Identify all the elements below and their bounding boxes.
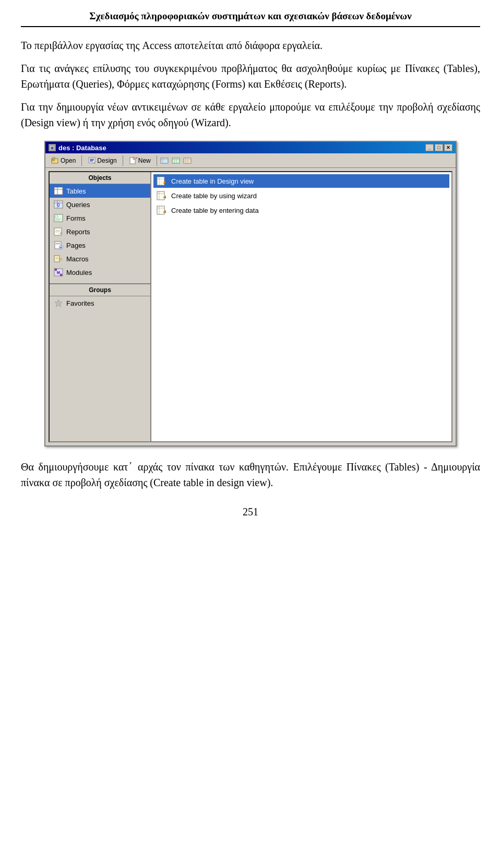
- svg-text:*: *: [136, 156, 137, 161]
- create-wizard-label: Create table by using wizard: [171, 192, 257, 200]
- modules-icon: M: [54, 268, 63, 277]
- sidebar-item-queries[interactable]: Q Queries: [50, 198, 150, 211]
- svg-rect-37: [54, 228, 62, 235]
- sidebar-item-favorites[interactable]: Favorites: [50, 296, 150, 310]
- objects-header: Objects: [50, 172, 150, 184]
- design-icon: [88, 156, 96, 165]
- app-icon: d: [49, 144, 56, 151]
- svg-rect-21: [184, 158, 191, 163]
- svg-text:d: d: [51, 146, 54, 150]
- create-design-label: Create table in Design view: [171, 177, 254, 185]
- minimize-button[interactable]: _: [425, 144, 434, 151]
- toolbar-sep-2: [123, 155, 123, 166]
- create-wizard-item[interactable]: Create table by using wizard: [153, 189, 449, 202]
- favorites-label: Favorites: [66, 299, 94, 307]
- tables-label: Tables: [66, 187, 86, 195]
- title-bar-left: d des : Database: [49, 144, 106, 152]
- create-design-icon: [157, 176, 167, 186]
- svg-rect-33: [54, 214, 63, 222]
- paragraph-3: Για την δημιουργία νέων αντικειμένων σε …: [21, 99, 480, 130]
- pages-icon: e: [54, 240, 63, 250]
- access-database-window: d des : Database _ □ ✕: [44, 141, 457, 447]
- design-button[interactable]: Design: [84, 155, 120, 166]
- svg-rect-4: [53, 158, 55, 159]
- window-title: des : Database: [58, 144, 106, 152]
- page-header: Σχεδιασμός πληροφοριακών συστημάτων και …: [21, 10, 480, 27]
- new-button[interactable]: * New: [125, 155, 154, 166]
- create-data-label: Create table by entering data: [171, 207, 259, 214]
- macros-icon: [54, 254, 63, 263]
- sidebar-item-macros[interactable]: Macros: [50, 252, 150, 266]
- pages-label: Pages: [66, 242, 86, 249]
- toolbar-sep-3: [157, 155, 157, 166]
- svg-rect-63: [157, 206, 164, 214]
- create-design-view-item[interactable]: Create table in Design view: [153, 174, 449, 188]
- svg-marker-54: [55, 299, 62, 307]
- reports-icon: [54, 227, 63, 236]
- create-wizard-icon: [157, 190, 167, 201]
- svg-rect-59: [157, 191, 164, 200]
- queries-icon: Q: [54, 200, 63, 209]
- open-icon: [51, 156, 59, 165]
- modules-label: Modules: [66, 269, 92, 276]
- sidebar-item-forms[interactable]: Forms: [50, 211, 150, 225]
- queries-label: Queries: [66, 201, 90, 209]
- left-panel: Objects Tables: [50, 172, 151, 441]
- svg-rect-43: [56, 243, 60, 244]
- sidebar-item-pages[interactable]: e Pages: [50, 238, 150, 252]
- toolbar: Open Design: [45, 153, 456, 168]
- paragraph-4: Θα δημιουργήσουμε κατ᾽ αρχάς τον πίνακα …: [21, 459, 480, 490]
- toolbar-extra-2: [172, 156, 180, 165]
- page-number: 251: [21, 506, 480, 518]
- svg-rect-17: [172, 158, 180, 163]
- design-label: Design: [97, 157, 116, 164]
- groups-header: Groups: [50, 283, 150, 296]
- svg-text:M: M: [57, 271, 60, 274]
- forms-label: Forms: [66, 214, 86, 222]
- paragraph-1: Το περιβάλλον εργασίας της Access αποτελ…: [21, 38, 480, 53]
- sidebar-item-tables[interactable]: Tables: [50, 184, 150, 198]
- paragraph-2: Για τις ανάγκες επίλυσης του συγκεκριμέν…: [21, 61, 480, 92]
- new-label: New: [138, 157, 151, 164]
- tables-icon: [54, 186, 63, 196]
- title-bar: d des : Database _ □ ✕: [45, 142, 456, 153]
- sidebar-item-modules[interactable]: M Modules: [50, 266, 150, 279]
- svg-rect-14: [161, 158, 168, 163]
- right-panel: Create table in Design view Create table…: [151, 172, 451, 441]
- maximize-button[interactable]: □: [435, 144, 443, 151]
- sidebar-item-reports[interactable]: Reports: [50, 225, 150, 238]
- svg-rect-3: [52, 160, 54, 161]
- macros-label: Macros: [66, 255, 89, 263]
- favorites-icon: [54, 298, 63, 308]
- create-data-item[interactable]: Create table by entering data: [153, 203, 449, 217]
- close-button[interactable]: ✕: [444, 144, 452, 151]
- open-label: Open: [61, 157, 76, 164]
- svg-rect-34: [55, 216, 58, 218]
- svg-rect-26: [54, 187, 63, 195]
- svg-text:Q: Q: [57, 203, 60, 207]
- title-bar-buttons: _ □ ✕: [425, 144, 452, 151]
- db-content: Objects Tables: [49, 171, 452, 442]
- toolbar-sep-1: [81, 155, 82, 166]
- forms-icon: [54, 213, 63, 223]
- toolbar-extra-1: [160, 156, 169, 165]
- create-data-icon: [157, 205, 167, 215]
- svg-point-52: [55, 269, 57, 271]
- svg-point-53: [60, 274, 62, 276]
- new-icon: *: [129, 156, 137, 165]
- svg-marker-49: [59, 258, 62, 261]
- toolbar-extra-3: [183, 156, 192, 165]
- svg-rect-55: [157, 177, 164, 185]
- reports-label: Reports: [66, 228, 90, 236]
- open-button[interactable]: Open: [47, 155, 79, 166]
